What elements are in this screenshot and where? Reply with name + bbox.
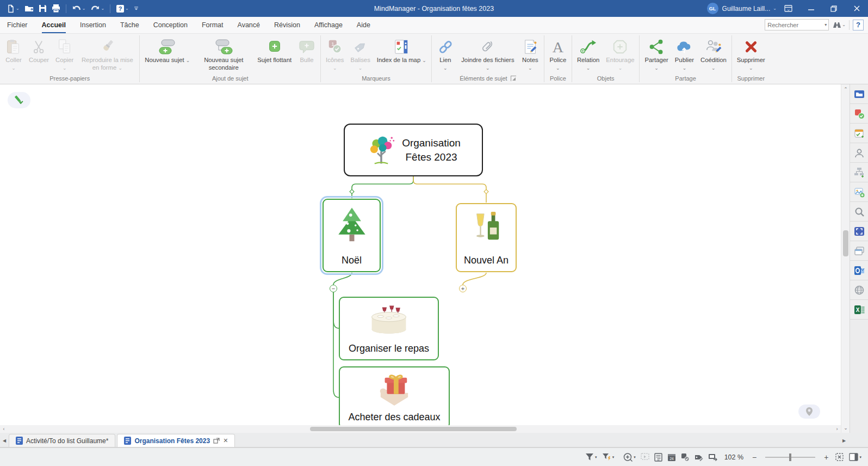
subtopic-organiser-le-repas[interactable]: Organiser le repas bbox=[339, 297, 439, 360]
menu-conception[interactable]: Conception bbox=[153, 17, 188, 33]
undo-icon[interactable]: ⌄ bbox=[70, 2, 88, 16]
customize-toolbar-icon[interactable] bbox=[132, 2, 141, 16]
presentation-mode-button[interactable] bbox=[641, 453, 649, 461]
power-filter-button[interactable]: ▾ bbox=[602, 453, 615, 461]
supprimer-button[interactable]: Supprimer⌄ bbox=[734, 36, 768, 72]
zoom-slider[interactable] bbox=[765, 457, 815, 458]
relation-button[interactable]: Relation⌄ bbox=[574, 36, 603, 72]
scroll-down-icon[interactable]: ⌄ bbox=[841, 424, 850, 432]
task-info-pane-button[interactable] bbox=[850, 124, 868, 143]
balises-button[interactable]: Balises⌄ bbox=[347, 36, 373, 72]
collapse-branch-button[interactable]: − bbox=[330, 285, 337, 292]
zoom-in-button[interactable]: + bbox=[822, 453, 830, 462]
doc-tab-organisation-fetes[interactable]: Organisation Fêtes 2023 ✕ bbox=[117, 434, 235, 447]
chevron-down-icon[interactable]: ⌄ bbox=[842, 22, 846, 27]
search-box[interactable]: ▾ bbox=[765, 19, 829, 30]
overview-pin-icon[interactable] bbox=[798, 404, 820, 419]
expand-branch-button[interactable]: + bbox=[459, 285, 467, 292]
export-slides-button[interactable] bbox=[708, 453, 717, 462]
scroll-up-icon[interactable]: ⌃ bbox=[841, 85, 850, 93]
chevron-down-icon[interactable]: ▾ bbox=[612, 455, 615, 459]
dialog-launcher-icon[interactable] bbox=[511, 76, 516, 81]
menu-fichier[interactable]: Fichier bbox=[7, 17, 28, 33]
vertical-scrollbar[interactable]: ⌃ ⌄ bbox=[841, 84, 850, 433]
tab-scroll-right-icon[interactable]: ▶ bbox=[840, 434, 848, 447]
save-icon[interactable] bbox=[36, 2, 49, 16]
vertical-scroll-thumb[interactable] bbox=[843, 230, 848, 256]
tag-view-button[interactable] bbox=[695, 453, 703, 462]
redo-icon[interactable]: ⌄ bbox=[88, 2, 107, 16]
chevron-down-icon[interactable]: ⌄ bbox=[82, 6, 86, 11]
fit-map-button[interactable] bbox=[835, 452, 844, 462]
find-button[interactable]: ⌄ bbox=[832, 21, 846, 29]
map-canvas[interactable]: Organisation Fêtes 2023 Noël bbox=[0, 84, 841, 433]
chevron-down-icon[interactable]: ⌄ bbox=[125, 6, 129, 11]
chevron-down-icon[interactable]: ▾ bbox=[824, 22, 828, 27]
lien-button[interactable]: Lien⌄ bbox=[433, 36, 457, 72]
quick-add-button[interactable]: ▾ bbox=[623, 452, 636, 462]
outline-view-button[interactable] bbox=[654, 453, 662, 462]
publier-button[interactable]: Publier⌄ bbox=[672, 36, 697, 72]
chevron-down-icon[interactable]: ⌄ bbox=[16, 6, 20, 11]
menu-format[interactable]: Format bbox=[202, 17, 224, 33]
resources-pane-button[interactable] bbox=[850, 143, 868, 163]
avatar[interactable]: GL bbox=[707, 3, 718, 14]
horizontal-scroll-thumb[interactable] bbox=[310, 427, 517, 431]
chevron-down-icon[interactable]: ▾ bbox=[634, 455, 636, 459]
chevron-down-icon[interactable]: ▾ bbox=[595, 455, 597, 459]
panel-layout-button[interactable]: ▾ bbox=[849, 453, 861, 461]
police-button[interactable]: A Police⌄ bbox=[546, 36, 570, 72]
zoom-slider-handle[interactable] bbox=[789, 453, 791, 461]
zoom-out-button[interactable]: − bbox=[751, 453, 758, 462]
user-name[interactable]: Guillaume Laill... bbox=[722, 5, 771, 13]
minimize-button[interactable] bbox=[799, 0, 822, 17]
chevron-down-icon[interactable]: ▾ bbox=[859, 455, 861, 459]
filter-button[interactable]: ▾ bbox=[585, 453, 597, 461]
topic-noel[interactable]: Noël bbox=[323, 199, 381, 272]
horizontal-scrollbar[interactable]: ‹ › bbox=[0, 425, 841, 433]
couper-button[interactable]: Couper bbox=[26, 36, 52, 65]
doc-tab-activite[interactable]: Activité/To do list Guillaume* bbox=[9, 434, 115, 447]
menu-tache[interactable]: Tâche bbox=[120, 17, 139, 33]
bulle-button[interactable]: Bulle bbox=[295, 36, 319, 65]
schedule-view-button[interactable]: 24 bbox=[667, 453, 676, 462]
nouveau-sujet-secondaire-button[interactable]: Nouveau sujet secondaire bbox=[193, 36, 254, 72]
copier-button[interactable]: Copier⌄ bbox=[52, 36, 77, 72]
index-de-la-map-button[interactable]: Index de la map ⌄ bbox=[374, 36, 430, 65]
new-document-icon[interactable]: ⌄ bbox=[4, 2, 22, 16]
menu-aide[interactable]: Aide bbox=[357, 17, 370, 33]
menu-accueil[interactable]: Accueil bbox=[42, 17, 66, 33]
restore-button[interactable] bbox=[822, 0, 845, 17]
notes-button[interactable]: Notes⌄ bbox=[518, 36, 542, 72]
reproduire-mise-en-forme-button[interactable]: Reproduire la mise en forme ⌄ bbox=[77, 36, 138, 72]
nouveau-sujet-button[interactable]: Nouveau sujet ⌄ bbox=[141, 36, 193, 65]
icon-markers-pane-button[interactable] bbox=[850, 104, 868, 124]
coller-button[interactable]: Coller⌄ bbox=[2, 36, 26, 72]
my-maps-pane-button[interactable] bbox=[850, 84, 868, 104]
coedit-pencil-icon[interactable] bbox=[8, 92, 30, 108]
open-file-icon[interactable] bbox=[22, 2, 36, 16]
excel-pane-button[interactable]: X bbox=[850, 300, 868, 320]
fit-selection-pane-button[interactable] bbox=[850, 222, 868, 241]
icones-button[interactable]: 1 Icônes⌄ bbox=[323, 36, 347, 72]
root-topic[interactable]: Organisation Fêtes 2023 bbox=[344, 124, 483, 176]
sujet-flottant-button[interactable]: Sujet flottant bbox=[254, 36, 295, 65]
menu-affichage[interactable]: Affichage bbox=[314, 17, 343, 33]
outlook-pane-button[interactable] bbox=[850, 261, 868, 280]
chevron-down-icon[interactable]: ⌄ bbox=[101, 6, 104, 11]
chevron-down-icon[interactable]: ⌄ bbox=[773, 6, 777, 11]
partager-button[interactable]: Partager⌄ bbox=[641, 36, 671, 72]
coedition-button[interactable]: Coédition⌄ bbox=[697, 36, 730, 72]
menu-avance[interactable]: Avancé bbox=[238, 17, 260, 33]
ribbon-display-options-icon[interactable] bbox=[777, 0, 799, 17]
print-icon[interactable] bbox=[49, 2, 63, 16]
library-images-pane-button[interactable] bbox=[850, 182, 868, 202]
search-pane-button[interactable] bbox=[850, 202, 868, 222]
scroll-left-icon[interactable]: ‹ bbox=[0, 425, 8, 433]
topic-nouvel-an[interactable]: Nouvel An bbox=[456, 203, 517, 272]
scroll-right-icon[interactable]: › bbox=[833, 425, 841, 433]
map-parts-pane-button[interactable] bbox=[850, 163, 868, 182]
entourage-button[interactable]: Entourage⌄ bbox=[603, 36, 637, 72]
close-tab-icon[interactable]: ✕ bbox=[223, 437, 228, 444]
menu-revision[interactable]: Révision bbox=[274, 17, 300, 33]
